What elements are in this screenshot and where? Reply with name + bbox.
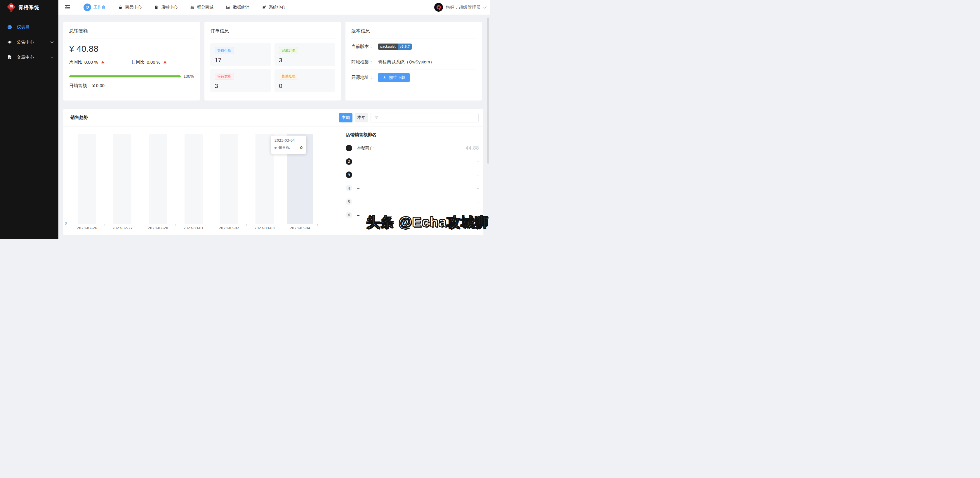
nav-label: 数据统计	[233, 5, 250, 10]
nav-item-statistics[interactable]: 数据统计	[226, 5, 250, 10]
megaphone-icon	[7, 40, 12, 45]
sidebar-item-articles[interactable]: 文章中心	[0, 50, 59, 65]
rank-number: 4	[346, 185, 352, 191]
app-title: 青梧系统	[18, 4, 40, 11]
sidebar-menu: 仪表盘 公告中心 文章中心	[0, 14, 59, 65]
page-scrollbar[interactable]	[487, 18, 489, 164]
sidebar-item-label: 文章中心	[17, 55, 34, 60]
gauge-icon	[7, 24, 12, 30]
x-tick-label: 2023-02-26	[69, 226, 105, 230]
shop-name: –	[357, 213, 360, 217]
progress-percent: 100%	[183, 74, 194, 79]
row-label: 商城框架：	[351, 59, 378, 65]
order-info-card: 订单信息 等待付款 17 完成订单 3 等待发货 3 售后处理 0	[204, 22, 341, 100]
nav-label: 积分商城	[197, 5, 213, 10]
day-ratio-label: 日同比	[132, 59, 145, 65]
ranking-row: 1 神秘商户 44.88	[346, 142, 479, 155]
this-week-button[interactable]: 本周	[339, 113, 352, 123]
card-title: 订单信息	[204, 22, 341, 38]
order-count: 0	[279, 82, 331, 89]
chart-column	[140, 134, 176, 224]
tooltip-date: 2023-03-04	[275, 139, 302, 143]
shop-ranking-panel: 店铺销售额排名 1 神秘商户 44.88 2 – – 3 – – 4 – –	[346, 128, 479, 222]
shop-name: –	[357, 199, 360, 204]
current-version-row: 当前版本： packagist v3.6.7	[351, 39, 476, 54]
x-tick-label: 2023-03-01	[176, 226, 212, 230]
sidebar: 青梧系统 仪表盘 公告中心 文章中心	[0, 0, 59, 239]
sidebar-item-announcements[interactable]: 公告中心	[0, 35, 59, 50]
nav-item-points-mall[interactable]: 积分商城	[190, 5, 213, 10]
framework-value: 青梧商城系统（QwSystem）	[378, 59, 434, 65]
shop-sales-value: –	[477, 159, 479, 164]
date-range-input[interactable]: –	[371, 113, 479, 123]
chart-column	[105, 134, 140, 224]
x-tick-label: 2023-02-27	[105, 226, 140, 230]
user-greeting: 您好，超级管理员	[445, 5, 480, 10]
chart-column	[176, 134, 212, 224]
bar-chart-icon	[226, 5, 231, 10]
week-ratio: 周同比 0.00 %	[69, 59, 132, 65]
tooltip-series-label: 销售额:	[278, 145, 290, 150]
ranking-row: 3 – –	[346, 168, 479, 182]
daily-sales-label: 日销售额：	[69, 83, 91, 88]
shop-sales-value: –	[477, 172, 479, 178]
rank-number: 1	[346, 145, 352, 151]
series-dot-icon	[275, 147, 277, 149]
shop-sales-value: 44.88	[466, 145, 479, 151]
user-menu[interactable]: Q♪ 您好，超级管理员	[434, 3, 486, 12]
order-stat-aftersale: 售后处理 0	[275, 69, 335, 92]
avatar: Q♪	[434, 3, 443, 12]
ranking-row: 5 – –	[346, 195, 479, 208]
sidebar-item-label: 公告中心	[17, 40, 34, 45]
x-tick-label: 2023-02-28	[140, 226, 176, 230]
nav-item-workbench[interactable]: 工作台	[84, 3, 106, 11]
download-icon	[383, 76, 387, 80]
x-tick-label: 2023-03-03	[247, 226, 282, 230]
order-stat-pending-payment: 等待付款 17	[210, 43, 271, 66]
this-year-button[interactable]: 本年	[355, 113, 368, 123]
nav-label: 工作台	[94, 5, 106, 10]
source-row: 开源地址： 前往下载	[351, 70, 476, 85]
document-icon	[7, 55, 12, 60]
sidebar-item-dashboard[interactable]: 仪表盘	[0, 19, 59, 35]
card-title: 销售趋势	[70, 115, 88, 120]
order-count: 17	[215, 57, 266, 64]
nav-label: 店铺中心	[161, 5, 178, 10]
week-ratio-value: 0.00 %	[84, 60, 98, 65]
status-badge: 售后处理	[279, 73, 298, 80]
chart-column	[69, 134, 105, 224]
x-axis-labels: 2023-02-26 2023-02-27 2023-02-28 2023-03…	[69, 226, 318, 230]
chart-column	[211, 134, 247, 224]
nav-item-system[interactable]: 系统中心	[262, 5, 285, 10]
chevron-down-icon	[50, 40, 53, 43]
badge-name: packagist	[378, 43, 398, 50]
day-ratio-value: 0.00 %	[147, 60, 161, 65]
caret-up-icon	[101, 61, 105, 64]
monitor-icon	[84, 3, 91, 11]
status-badge: 等待付款	[215, 47, 234, 54]
shop-name: –	[357, 186, 360, 191]
nav-item-products[interactable]: 商品中心	[118, 5, 142, 10]
y-axis-zero-label: 0	[65, 221, 67, 226]
download-button[interactable]: 前往下载	[378, 73, 410, 82]
cake-icon	[190, 5, 195, 10]
progress-bar	[69, 75, 181, 77]
top-header: 工作台 商品中心 店铺中心 积分商城 数据统计	[59, 0, 490, 14]
status-badge: 等待发货	[215, 73, 234, 80]
shop-name: –	[357, 159, 360, 164]
badge-version: v3.6.7	[398, 43, 412, 50]
week-ratio-label: 周同比	[69, 59, 82, 65]
sidebar-collapse-icon[interactable]	[64, 4, 71, 11]
order-stat-pending-shipment: 等待发货 3	[210, 69, 271, 92]
order-count: 3	[215, 82, 266, 89]
date-range-separator: –	[379, 115, 475, 120]
shop-sales-value: –	[477, 186, 479, 191]
rank-number: 5	[346, 198, 352, 205]
app-logo-icon	[7, 3, 16, 12]
chart-tooltip: 2023-03-04 销售额: 0	[271, 135, 306, 154]
rank-number: 6	[346, 212, 352, 218]
daily-sales: 日销售额： ¥ 0.00	[69, 83, 194, 89]
x-axis-line	[66, 224, 318, 224]
nav-item-shops[interactable]: 店铺中心	[154, 5, 178, 10]
total-sales-card: 总销售额 ¥ 40.88 周同比 0.00 % 日同比 0.00 % 100% …	[64, 22, 200, 100]
